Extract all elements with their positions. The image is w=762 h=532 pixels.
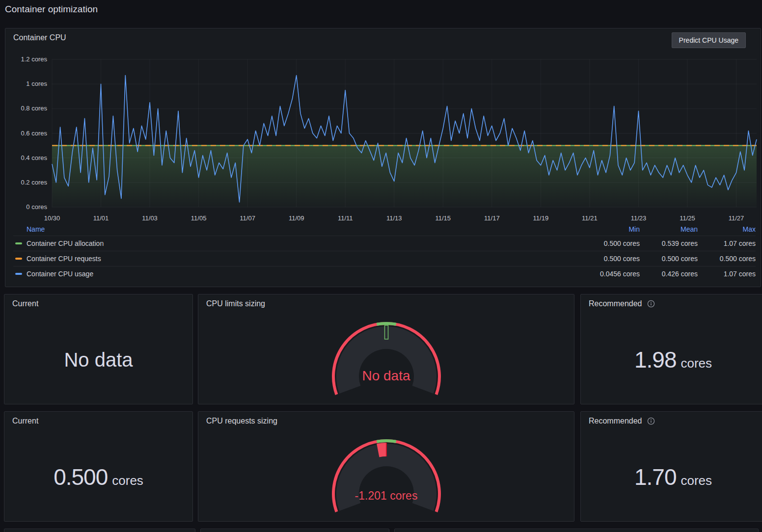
panel-title-cpu-limits-sizing[interactable]: CPU limits sizing bbox=[206, 299, 265, 308]
recommended-requests-unit: cores bbox=[680, 473, 712, 488]
current-limits-panel: Current No data bbox=[4, 294, 193, 404]
x-axis-tick-label: 11/13 bbox=[386, 214, 402, 222]
y-axis-tick-label: 0.6 cores bbox=[21, 130, 48, 137]
info-icon[interactable] bbox=[647, 300, 655, 308]
cpu-limits-gauge bbox=[327, 319, 445, 402]
recommended-requests-value: 1.70 bbox=[634, 464, 677, 490]
current-requests-panel: Current 0.500cores bbox=[4, 411, 193, 522]
y-axis-tick-label: 0.2 cores bbox=[21, 179, 48, 186]
cpu-requests-sizing-panel: CPU requests sizing -1.201 cores bbox=[198, 411, 574, 522]
panel-title-current[interactable]: Current bbox=[12, 299, 38, 308]
info-icon[interactable] bbox=[647, 417, 655, 425]
current-requests-value: 0.500 bbox=[54, 464, 108, 490]
recommended-requests-panel: Recommended 1.70cores bbox=[580, 411, 762, 522]
legend-name-allocation[interactable]: Container CPU allocation bbox=[13, 239, 582, 247]
legend-name-usage[interactable]: Container CPU usage bbox=[13, 270, 582, 278]
cpu-time-series-chart[interactable]: 0 cores0.2 cores0.4 cores0.6 cores0.8 co… bbox=[5, 50, 762, 223]
y-axis-tick-label: 0.8 cores bbox=[21, 105, 48, 112]
x-axis-tick-label: 11/01 bbox=[93, 214, 109, 222]
x-axis-tick-label: 11/11 bbox=[338, 214, 353, 222]
legend-max: 1.07 cores bbox=[698, 239, 756, 247]
allocation-series-swatch-icon bbox=[15, 242, 22, 244]
y-axis-tick-label: 1.2 cores bbox=[21, 55, 48, 63]
panel-title-recommended[interactable]: Recommended bbox=[589, 299, 642, 308]
x-axis-tick-label: 11/19 bbox=[533, 214, 549, 222]
recommended-limits-value: 1.98 bbox=[634, 347, 677, 372]
container-cpu-panel: Container CPU Predict CPU Usage 0 cores0… bbox=[5, 28, 761, 287]
legend-name-requests[interactable]: Container CPU requests bbox=[13, 255, 582, 263]
allocation-fill-area bbox=[52, 146, 757, 207]
legend-header-min[interactable]: Min bbox=[582, 225, 640, 233]
legend-min: 0.0456 cores bbox=[582, 270, 640, 278]
x-axis-tick-label: 11/17 bbox=[484, 214, 500, 222]
gauge-threshold-arc-green bbox=[377, 323, 396, 324]
usage-series-swatch-icon bbox=[15, 273, 22, 275]
page-title: Container optimization bbox=[5, 4, 98, 15]
y-axis-tick-label: 1 cores bbox=[26, 80, 47, 87]
x-axis-tick-label: 11/05 bbox=[191, 214, 207, 222]
current-requests-unit: cores bbox=[112, 473, 143, 488]
legend-row-requests: Container CPU requests 0.500 cores 0.500… bbox=[13, 251, 756, 266]
x-axis-tick-label: 11/25 bbox=[680, 214, 695, 222]
clipped-panel-1 bbox=[4, 529, 195, 532]
legend-mean: 0.539 cores bbox=[640, 239, 698, 247]
x-axis-tick-label: 11/15 bbox=[435, 214, 451, 222]
legend-row-usage: Container CPU usage 0.0456 cores 0.426 c… bbox=[13, 266, 756, 281]
cpu-limits-gauge-value: No data bbox=[198, 368, 574, 384]
cpu-requests-gauge bbox=[327, 436, 445, 520]
legend-label: Container CPU usage bbox=[27, 270, 93, 278]
y-axis-tick-label: 0.4 cores bbox=[21, 154, 48, 161]
legend-label: Container CPU requests bbox=[27, 255, 101, 263]
y-axis-tick-label: 0 cores bbox=[26, 203, 47, 211]
x-axis-tick-label: 11/23 bbox=[631, 214, 647, 222]
x-axis-tick-label: 11/21 bbox=[582, 214, 598, 222]
gauge-threshold-arc-green bbox=[377, 441, 396, 442]
x-axis-tick-label: 11/09 bbox=[289, 214, 304, 222]
legend-mean: 0.426 cores bbox=[640, 270, 698, 278]
current-limits-value: No data bbox=[64, 349, 133, 371]
x-axis-tick-label: 11/07 bbox=[240, 214, 255, 222]
legend-label: Container CPU allocation bbox=[27, 239, 104, 247]
legend-max: 0.500 cores bbox=[698, 255, 756, 263]
legend-row-allocation: Container CPU allocation 0.500 cores 0.5… bbox=[13, 236, 756, 251]
clipped-panel-3 bbox=[394, 529, 759, 532]
recommended-limits-panel: Recommended 1.98cores bbox=[580, 294, 762, 404]
requests-series-swatch-icon bbox=[15, 258, 22, 260]
chart-legend-table: Name Min Mean Max Container CPU allocati… bbox=[13, 223, 756, 281]
legend-min: 0.500 cores bbox=[582, 255, 640, 263]
x-axis-tick-label: 10/30 bbox=[44, 214, 60, 222]
panel-title-cpu-requests-sizing[interactable]: CPU requests sizing bbox=[206, 417, 277, 426]
recommended-limits-unit: cores bbox=[680, 356, 712, 371]
legend-mean: 0.500 cores bbox=[640, 255, 698, 263]
cpu-limits-sizing-panel: CPU limits sizing No data bbox=[198, 294, 574, 404]
legend-min: 0.500 cores bbox=[582, 239, 640, 247]
cpu-chart-svg[interactable]: 0 cores0.2 cores0.4 cores0.6 cores0.8 co… bbox=[5, 50, 762, 223]
panel-title-current[interactable]: Current bbox=[12, 417, 38, 426]
x-axis-tick-label: 11/27 bbox=[729, 214, 744, 222]
legend-max: 1.07 cores bbox=[698, 270, 756, 278]
panel-title-container-cpu[interactable]: Container CPU bbox=[13, 33, 66, 42]
x-axis-tick-label: 11/03 bbox=[142, 214, 158, 222]
clipped-panel-2 bbox=[200, 529, 389, 532]
legend-header-name[interactable]: Name bbox=[13, 225, 582, 233]
predict-cpu-usage-button[interactable]: Predict CPU Usage bbox=[672, 32, 746, 48]
legend-header-mean[interactable]: Mean bbox=[640, 225, 698, 233]
legend-header: Name Min Mean Max bbox=[13, 223, 756, 236]
cpu-requests-gauge-value: -1.201 cores bbox=[198, 489, 574, 503]
legend-header-max[interactable]: Max bbox=[698, 225, 756, 233]
panel-title-recommended[interactable]: Recommended bbox=[589, 417, 642, 426]
